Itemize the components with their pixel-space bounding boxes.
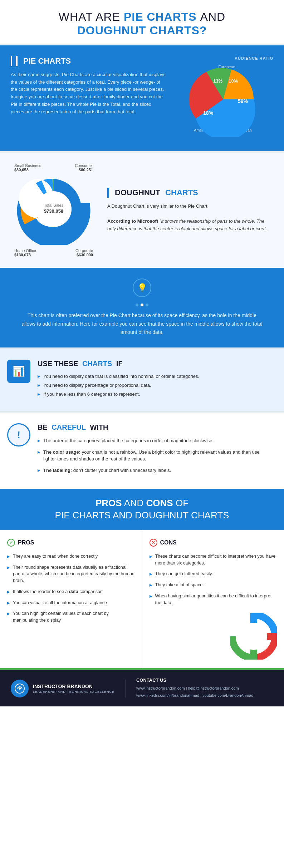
main-title: WHAT ARE PIE CHARTS AND DOUGHNUT CHARTS? (14, 10, 270, 38)
pros-item-2: Their round shape represents data visual… (7, 564, 135, 584)
careful-item-3: The labeling: don't clutter your chart w… (38, 467, 273, 474)
brand-icon (11, 680, 29, 697)
brand-text-area: INSTRUCTOR BRANDON LEADERSHIP AND TECHNI… (33, 683, 114, 693)
doughnut-decoration (150, 613, 277, 660)
pie-right-chart: AUDIENCE RATIO European American African (173, 56, 273, 140)
careful-title: BE CAREFUL WITH (38, 423, 273, 431)
american-pct: 18% (203, 110, 214, 116)
center-label-text: Total Sales (44, 203, 63, 207)
title-what: WHAT ARE (59, 10, 120, 23)
chart-icon: 📊 (13, 365, 25, 377)
careful-item-2: The color usage: your chart is not a rai… (38, 449, 273, 463)
deco-donut-hole (240, 623, 267, 650)
use-item-1: You need to display data that is classif… (38, 374, 199, 379)
exclamation-icon: ! (17, 429, 20, 441)
use-list: You need to display data that is classif… (38, 374, 199, 397)
title-and: AND (200, 10, 226, 23)
use-content: USE THESE CHARTS IF You need to display … (38, 360, 199, 400)
cons-column: ✕ CONS These charts can become difficult… (142, 530, 284, 669)
pros-cons-header: PROS AND CONS OF PIE CHARTS AND DOUGHNUT… (0, 489, 284, 530)
brand-logo: INSTRUCTOR BRANDON LEADERSHIP AND TECHNI… (11, 680, 114, 697)
donut-chart-area: Small Business $30,058 Consumer $80,251 (11, 163, 97, 257)
consumer-label: Consumer $80,251 (55, 163, 93, 172)
contact-links: www.instructorbrandon.com | help@Instruc… (136, 685, 273, 699)
svg-point-1 (19, 687, 21, 690)
dot-1 (136, 304, 138, 306)
pie-chart-svg: European American African (180, 62, 266, 137)
pie-section-title: PIE CHARTS (11, 56, 166, 66)
footer-divider (125, 680, 126, 697)
cons-item-3: They take a lot of space. (150, 582, 277, 588)
warning-icon-box: ! (7, 423, 30, 447)
brand-svg-icon (14, 683, 25, 694)
other-pct: 10% (229, 78, 238, 84)
use-charts-section: 📊 USE THESE CHARTS IF You need to displa… (0, 349, 284, 411)
charts-icon-box: 📊 (7, 360, 30, 383)
careful-section: ! BE CAREFUL WITH The order of the categ… (0, 413, 284, 489)
audience-label: AUDIENCE RATIO (173, 56, 273, 60)
title-pie-charts: PIE CHARTS (124, 10, 197, 23)
pros-cons-title: PROS AND CONS OF PIE CHARTS AND DOUGHNUT… (7, 497, 277, 522)
footer: INSTRUCTOR BRANDON LEADERSHIP AND TECHNI… (0, 670, 284, 706)
pros-list: They are easy to read when done correctl… (7, 553, 135, 624)
lightbulb-icon: 💡 (133, 278, 151, 297)
donut-title: DOUGHNUT CHARTS (107, 188, 273, 198)
checkmark-icon: ✓ (7, 539, 15, 547)
donut-title-bar (107, 188, 109, 198)
donut-section: Small Business $30,058 Consumer $80,251 (0, 153, 284, 268)
cons-item-1: These charts can become difficult to int… (150, 553, 277, 567)
pros-cons-body: ✓ PROS They are easy to read when done c… (0, 530, 284, 669)
title-doughnut-charts: DOUGHNUT CHARTS? (77, 24, 207, 37)
cons-list: These charts can become difficult to int… (150, 553, 277, 606)
careful-content: BE CAREFUL WITH The order of the categor… (38, 423, 273, 478)
contact-info: CONTACT US www.instructorbrandon.com | h… (136, 677, 273, 699)
center-value-text: $730,058 (44, 208, 63, 214)
info-text: This chart is often preferred over the P… (21, 311, 263, 337)
donut-chart-svg: Total Sales $730,058 (14, 173, 93, 245)
pros-item-4: You can visualize all the information at… (7, 600, 135, 606)
dot-2 (141, 304, 143, 306)
small-biz-label: Small Business $30,058 (14, 163, 52, 172)
cons-item-4: When having similar quantities it can be… (150, 593, 277, 606)
info-section: 💡 This chart is often preferred over the… (0, 268, 284, 347)
donut-labels: Small Business $30,058 Consumer $80,251 (14, 163, 93, 172)
african-pct: 59% (238, 98, 248, 104)
cons-item-2: They can get cluttered easily. (150, 571, 277, 577)
pros-column: ✓ PROS They are easy to read when done c… (0, 530, 142, 669)
pros-header: ✓ PROS (7, 539, 135, 547)
donut-description-text: A Doughnut Chart is very similar to the … (107, 203, 273, 232)
x-mark-icon: ✕ (150, 539, 157, 547)
cons-header: ✕ CONS (150, 539, 277, 547)
pros-item-3: It allows the reader to see a data compa… (7, 588, 135, 595)
pie-chart: European American African (180, 62, 266, 140)
donut-description: DOUGHNUT CHARTS A Doughnut Chart is very… (107, 188, 273, 232)
european-pct: 13% (213, 78, 222, 84)
decoration-donut-svg (230, 613, 277, 660)
title-bar-icon (16, 56, 18, 66)
pros-item-5: You can highlight certain values of each… (7, 610, 135, 624)
use-item-2: You need to display percentage or propor… (38, 383, 199, 388)
carousel-dots (21, 304, 263, 306)
pie-left-content: PIE CHARTS As their name suggests, Pie C… (11, 56, 166, 140)
page-header: WHAT ARE PIE CHARTS AND DOUGHNUT CHARTS? (0, 0, 284, 44)
use-item-3: If you have less than 6 categories to re… (38, 391, 199, 397)
careful-item-1: The order of the categories: placed the … (38, 437, 273, 444)
dot-3 (146, 304, 148, 306)
pie-description: As their name suggests, Pie Charts are a… (11, 71, 166, 116)
use-title: USE THESE CHARTS IF (38, 360, 199, 368)
pie-charts-section: PIE CHARTS As their name suggests, Pie C… (0, 45, 284, 151)
donut-chart: Total Sales $730,058 (14, 173, 93, 252)
pros-item-1: They are easy to read when done correctl… (7, 553, 135, 560)
careful-list: The order of the categories: placed the … (38, 437, 273, 474)
